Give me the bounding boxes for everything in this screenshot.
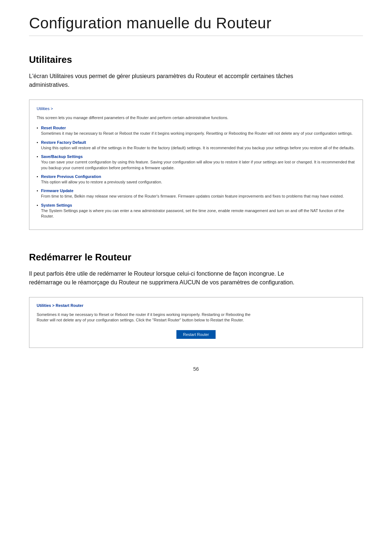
item-title-save-backup[interactable]: Save/Backup Settings — [41, 154, 355, 159]
restart-button-wrap: Restart Router — [37, 329, 355, 340]
item-desc-restore-prev: This option will allow you to restore a … — [41, 179, 355, 185]
section2-title: Redémarrer le Routeur — [29, 252, 363, 263]
utilities-list: Reset Router Sometimes it may be necessa… — [37, 126, 355, 219]
utilities-breadcrumb: Utilities > — [37, 106, 355, 111]
item-title-restore-factory[interactable]: Restore Factory Default — [41, 140, 355, 145]
section1-title: Utilitaires — [29, 54, 363, 65]
item-title-restore-prev[interactable]: Restore Previous Configuration — [41, 174, 355, 179]
restart-router-button[interactable]: Restart Router — [176, 330, 216, 339]
section2-description: Il peut parfois être utile de redémarrer… — [29, 269, 305, 287]
restart-box: Utilities > Restart Router Sometimes it … — [29, 297, 363, 348]
utilities-intro: This screen lets you manage different pa… — [37, 115, 355, 121]
section-redemarrer: Redémarrer le Routeur Il peut parfois êt… — [29, 252, 363, 348]
section-utilitaires: Utilitaires L'écran Utilitaires vous per… — [29, 54, 363, 230]
page-header: Configuration manuelle du Routeur — [29, 15, 363, 36]
list-item: Reset Router Sometimes it may be necessa… — [37, 126, 355, 136]
item-title-firmware[interactable]: Firmware Update — [41, 188, 355, 193]
item-title-reset[interactable]: Reset Router — [41, 126, 355, 130]
list-item: Restore Factory Default Using this optio… — [37, 140, 355, 151]
page-number: 56 — [29, 366, 363, 372]
item-desc-restore-factory: Using this option will restore all of th… — [41, 145, 355, 151]
item-desc-save-backup: You can save your current configuration … — [41, 159, 355, 171]
list-item: System Settings The System Settings page… — [37, 203, 355, 219]
list-item: Restore Previous Configuration This opti… — [37, 174, 355, 185]
restart-desc: Sometimes it may be necessary to Reset o… — [37, 312, 254, 323]
page-title: Configuration manuelle du Routeur — [29, 15, 363, 32]
list-item: Save/Backup Settings You can save your c… — [37, 154, 355, 171]
item-desc-firmware: From time to time, Belkin may release ne… — [41, 194, 355, 199]
item-title-system[interactable]: System Settings — [41, 203, 355, 207]
utilities-box: Utilities > This screen lets you manage … — [29, 100, 363, 230]
list-item: Firmware Update From time to time, Belki… — [37, 188, 355, 199]
item-desc-reset: Sometimes it may be necessary to Reset o… — [41, 131, 355, 136]
item-desc-system: The System Settings page is where you ca… — [41, 208, 355, 219]
section1-description: L'écran Utilitaires vous permet de gérer… — [29, 72, 305, 89]
restart-breadcrumb: Utilities > Restart Router — [37, 303, 355, 308]
